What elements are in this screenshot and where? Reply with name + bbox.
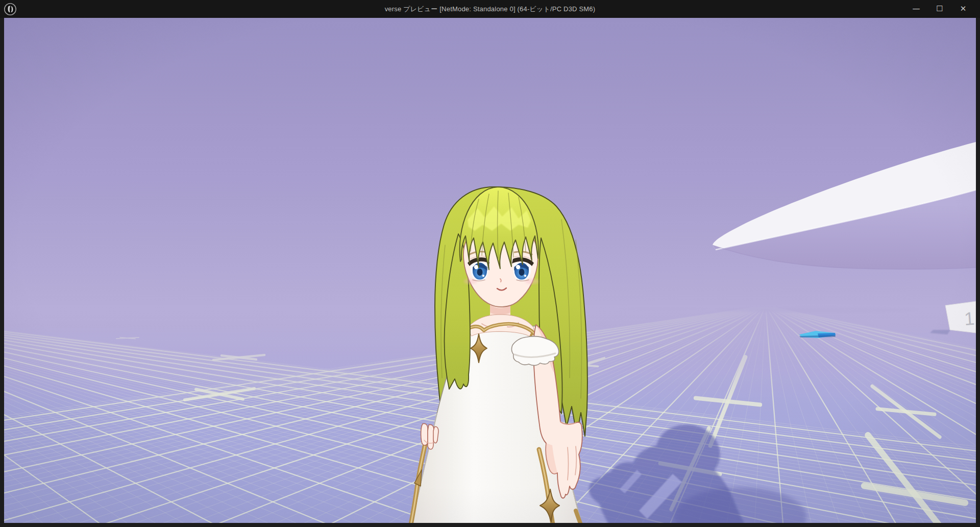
window-title: verse プレビュー [NetMode: Standalone 0] (64-… — [0, 0, 980, 18]
minimize-button[interactable]: — — [904, 0, 928, 18]
scene-3d: 1 — [4, 18, 976, 523]
maximize-button[interactable]: ☐ — [928, 0, 951, 18]
game-viewport[interactable]: 1 — [4, 18, 976, 523]
close-button[interactable]: ✕ — [951, 0, 975, 18]
app-window: verse プレビュー [NetMode: Standalone 0] (64-… — [0, 0, 980, 527]
window-titlebar[interactable]: verse プレビュー [NetMode: Standalone 0] (64-… — [0, 0, 980, 18]
vignette-overlay — [4, 18, 976, 523]
maximize-icon: ☐ — [936, 5, 943, 13]
unreal-logo-icon[interactable] — [4, 3, 17, 16]
close-icon: ✕ — [960, 5, 967, 13]
minimize-icon: — — [913, 5, 920, 13]
